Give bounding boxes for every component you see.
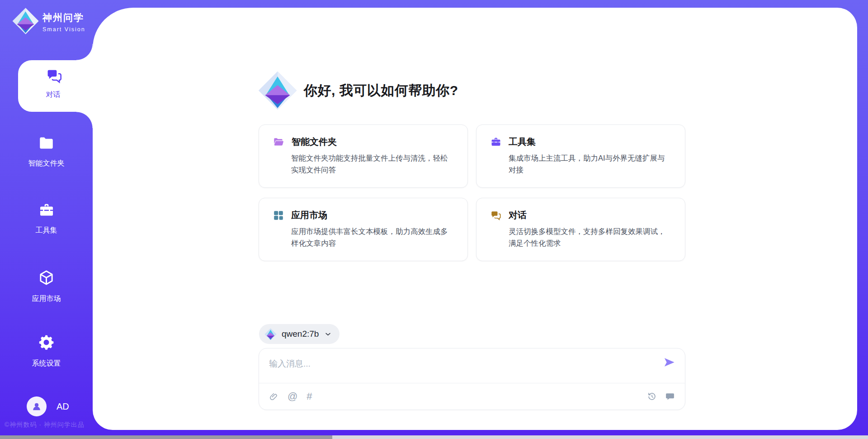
message-composer: @ #	[259, 348, 685, 410]
history-icon[interactable]	[647, 391, 657, 401]
feature-cards: 智能文件夹 智能文件夹功能支持批量文件上传与清洗，轻松实现文件问答 工具集 集成…	[259, 124, 685, 261]
sidebar-item-app-market[interactable]: 应用市场	[0, 269, 93, 304]
brand-subtitle: Smart Vision	[42, 26, 85, 33]
card-title: 对话	[509, 209, 527, 221]
apps-grid-icon	[273, 210, 284, 221]
card-title: 智能文件夹	[292, 136, 337, 148]
card-description: 应用市场提供丰富长文本模板，助力高效生成多样化文章内容	[291, 226, 455, 249]
card-smart-folder[interactable]: 智能文件夹 智能文件夹功能支持批量文件上传与清洗，轻松实现文件问答	[259, 124, 468, 188]
mention-icon[interactable]: @	[288, 391, 297, 401]
sidebar-item-label: 智能文件夹	[0, 159, 93, 168]
sidebar-item-toolset[interactable]: 工具集	[0, 202, 93, 235]
sidebar-item-label: 对话	[18, 90, 88, 100]
folder-icon	[38, 136, 55, 151]
cube-icon	[38, 269, 55, 286]
card-title: 工具集	[509, 136, 536, 148]
greeting-section: 你好, 我可以如何帮助你?	[258, 71, 458, 110]
gear-icon	[38, 334, 55, 351]
greeting-title: 你好, 我可以如何帮助你?	[304, 81, 458, 100]
sidebar-item-label: 工具集	[0, 226, 93, 235]
copyright-text: ©神州数码 · 神州问学出品	[5, 421, 85, 429]
chat-bubble-icon[interactable]	[665, 391, 675, 401]
briefcase-icon	[38, 202, 55, 218]
send-icon[interactable]	[663, 356, 676, 369]
brand-logo-icon	[12, 8, 39, 34]
card-description: 灵活切换多模型文件，支持多样回复效果调试，满足个性化需求	[509, 226, 672, 249]
chat-icon	[46, 68, 62, 84]
card-toolset[interactable]: 工具集 集成市场上主流工具，助力AI与外界无缝扩展与对接	[476, 124, 685, 188]
card-chat[interactable]: 对话 灵活切换多模型文件，支持多样回复效果调试，满足个性化需求	[476, 198, 685, 261]
hashtag-icon[interactable]: #	[307, 391, 312, 401]
sidebar-item-chat[interactable]: 对话	[18, 60, 93, 112]
chevron-down-icon	[324, 330, 332, 339]
card-description: 集成市场上主流工具，助力AI与外界无缝扩展与对接	[509, 153, 672, 176]
folder-open-icon	[273, 137, 284, 147]
briefcase-icon	[491, 137, 501, 147]
sidebar-item-label: 应用市场	[0, 294, 93, 304]
chat-icon	[491, 210, 501, 221]
brand-name: 神州问学	[42, 11, 85, 24]
scrollbar-thumb[interactable]	[0, 435, 332, 439]
main-panel: 你好, 我可以如何帮助你? 智能文件夹 智能文件夹功能支持批量文件上传与清洗，轻…	[93, 8, 857, 430]
message-input[interactable]	[269, 355, 653, 373]
model-logo-icon	[264, 328, 277, 340]
brand: 神州问学 Smart Vision	[12, 8, 85, 34]
card-description: 智能文件夹功能支持批量文件上传与清洗，轻松实现文件问答	[291, 153, 455, 176]
card-app-market[interactable]: 应用市场 应用市场提供丰富长文本模板，助力高效生成多样化文章内容	[259, 198, 468, 261]
model-selector[interactable]: qwen2:7b	[259, 324, 340, 344]
avatar	[27, 396, 47, 416]
assistant-logo-icon	[258, 71, 297, 110]
attach-file-icon[interactable]	[269, 392, 278, 401]
sidebar: 神州问学 Smart Vision 对话 智能文件夹	[0, 0, 93, 439]
user-name: AD	[57, 401, 69, 412]
model-name: qwen2:7b	[282, 329, 319, 339]
card-title: 应用市场	[291, 209, 327, 221]
sidebar-item-label: 系统设置	[0, 359, 93, 368]
composer-toolbar: @ #	[259, 383, 685, 410]
horizontal-scrollbar[interactable]	[0, 435, 868, 439]
user-profile[interactable]: AD	[27, 396, 69, 416]
sidebar-item-smart-folder[interactable]: 智能文件夹	[0, 136, 93, 168]
sidebar-item-settings[interactable]: 系统设置	[0, 334, 93, 368]
